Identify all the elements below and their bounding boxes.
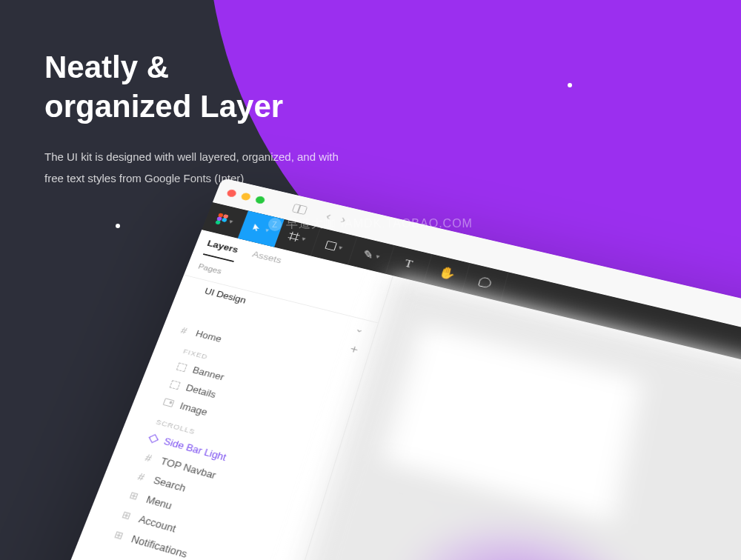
figma-logo-icon <box>214 212 229 226</box>
group-icon: ⊞ <box>127 489 142 502</box>
rectangle-icon <box>325 240 337 250</box>
image-icon <box>163 398 175 407</box>
chevron-down-icon: ⌄ <box>354 323 366 335</box>
watermark: Z 早道大咖 IAMDK.TAOBAO.COM <box>268 216 473 232</box>
minimize-window-button[interactable] <box>240 192 251 201</box>
hero-title-line1: Neatly & <box>44 50 169 84</box>
cursor-icon <box>251 222 265 233</box>
group-icon: ⊞ <box>111 528 127 542</box>
maximize-window-button[interactable] <box>254 196 265 204</box>
group-dashed-icon <box>176 362 187 372</box>
component-icon <box>149 434 159 443</box>
frame-icon <box>141 451 156 464</box>
frame-icon <box>134 470 149 483</box>
close-window-button[interactable] <box>226 189 237 198</box>
decorative-dot <box>568 83 572 87</box>
chevron-down-icon: ▾ <box>375 253 381 260</box>
hero-title: Neatly & organized Layer <box>44 48 341 126</box>
chevron-down-icon: ▾ <box>337 244 343 252</box>
layer-label: Menu <box>144 494 173 512</box>
frame-icon <box>288 231 301 242</box>
chevron-down-icon: ▾ <box>301 236 307 242</box>
group-icon: ⊞ <box>119 508 134 522</box>
watermark-text: 早道大咖 IAMDK.TAOBAO.COM <box>286 216 473 232</box>
plus-icon: + <box>348 342 359 356</box>
sidebar-toggle-icon[interactable] <box>292 204 308 215</box>
hero-description: The UI kit is designed with well layered… <box>44 147 341 189</box>
decorative-dot <box>116 224 120 228</box>
chevron-down-icon: ▾ <box>228 219 234 225</box>
hand-icon: ✋ <box>436 264 457 282</box>
frame-icon <box>177 324 191 336</box>
pen-icon: ✎ <box>361 247 374 261</box>
group-dashed-icon <box>170 380 181 390</box>
pages-label: Pages <box>197 262 223 276</box>
comment-icon <box>478 276 492 289</box>
text-icon: T <box>403 258 414 271</box>
layer-label: Home <box>194 329 223 344</box>
watermark-icon: Z <box>268 218 282 231</box>
layer-label: Image <box>179 401 209 418</box>
hero-section: Neatly & organized Layer The UI kit is d… <box>44 48 341 189</box>
hero-title-line2: organized Layer <box>44 89 283 124</box>
